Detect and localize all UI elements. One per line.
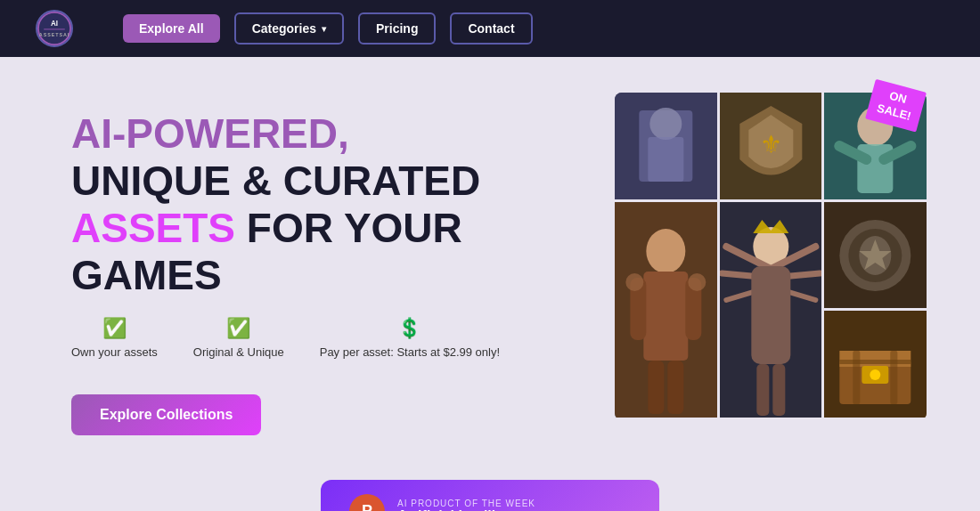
feature-own-assets: ✅ Own your assets bbox=[71, 317, 158, 359]
svg-rect-20 bbox=[648, 361, 664, 414]
feature-price: 💲 Pay per asset: Starts at $2.99 only! bbox=[320, 317, 500, 359]
hero-features: ✅ Own your assets ✅ Original & Unique 💲 … bbox=[71, 317, 579, 359]
categories-label: Categories bbox=[252, 21, 316, 36]
badge-text-area: AI PRODUCT OF THE WEEK Artificial Intell… bbox=[397, 499, 536, 511]
svg-rect-21 bbox=[667, 361, 683, 414]
svg-text:AI: AI bbox=[51, 20, 58, 28]
logo-container: AI ASSETSAI bbox=[36, 10, 73, 47]
svg-point-44 bbox=[870, 369, 881, 380]
logo-icon: AI ASSETSAI bbox=[36, 10, 73, 47]
hero-title-assets: ASSETS bbox=[71, 205, 235, 251]
pricing-button[interactable]: Pricing bbox=[358, 12, 436, 45]
hero-title-games: GAMES bbox=[71, 252, 222, 298]
svg-rect-42 bbox=[840, 351, 911, 367]
badge-label: AI PRODUCT OF THE WEEK bbox=[397, 499, 536, 508]
hero-title-ai-powered: AI-POWERED, bbox=[71, 110, 349, 157]
feature-text-own: Own your assets bbox=[71, 345, 158, 359]
svg-rect-33 bbox=[756, 364, 769, 416]
svg-rect-34 bbox=[772, 364, 785, 416]
hero-section: AI-POWERED, UNIQUE & CURATED ASSETS FOR … bbox=[0, 57, 980, 462]
svg-rect-47 bbox=[891, 351, 898, 404]
hero-image-grid-container: ONSALE! ⚜ bbox=[615, 93, 927, 420]
image-shield: ⚜ bbox=[720, 93, 822, 199]
hero-title: AI-POWERED, UNIQUE & CURATED ASSETS FOR … bbox=[71, 110, 579, 299]
svg-point-0 bbox=[38, 12, 70, 45]
badge-section: P AI PRODUCT OF THE WEEK Artificial Inte… bbox=[0, 462, 980, 511]
svg-point-16 bbox=[646, 229, 685, 273]
hero-title-for-your: FOR YOUR bbox=[235, 205, 462, 251]
product-hunt-icon: P bbox=[349, 494, 385, 511]
dollar-icon: 💲 bbox=[397, 317, 421, 340]
feature-text-original: Original & Unique bbox=[193, 345, 284, 359]
svg-point-22 bbox=[625, 273, 643, 291]
categories-button[interactable]: Categories ▾ bbox=[234, 12, 344, 45]
navbar: AI ASSETSAI Explore All Categories ▾ Pri… bbox=[0, 0, 980, 57]
image-goddess bbox=[720, 202, 822, 418]
svg-rect-7 bbox=[648, 137, 683, 182]
checkmark-icon-own: ✅ bbox=[102, 317, 127, 340]
svg-rect-17 bbox=[643, 272, 688, 361]
image-col-right bbox=[824, 202, 927, 418]
hero-left: AI-POWERED, UNIQUE & CURATED ASSETS FOR … bbox=[71, 93, 579, 435]
svg-text:ASSETSAI: ASSETSAI bbox=[39, 32, 69, 37]
svg-rect-45 bbox=[840, 360, 911, 364]
product-hunt-badge[interactable]: P AI PRODUCT OF THE WEEK Artificial Inte… bbox=[321, 480, 659, 511]
image-treasure-chest bbox=[824, 311, 927, 418]
image-coin-amulet bbox=[824, 202, 927, 308]
svg-text:⚜: ⚜ bbox=[759, 131, 781, 158]
image-armor bbox=[615, 93, 717, 199]
checkmark-icon-original: ✅ bbox=[226, 317, 250, 340]
feature-text-price: Pay per asset: Starts at $2.99 only! bbox=[320, 345, 500, 359]
image-grid: ⚜ bbox=[615, 93, 927, 420]
svg-point-23 bbox=[688, 273, 706, 291]
hero-title-unique: UNIQUE & CURATED bbox=[71, 158, 480, 204]
explore-all-button[interactable]: Explore All bbox=[123, 14, 220, 43]
chevron-down-icon: ▾ bbox=[322, 24, 326, 34]
explore-collections-button[interactable]: Explore Collections bbox=[71, 394, 261, 435]
svg-rect-46 bbox=[853, 351, 861, 404]
contact-button[interactable]: Contact bbox=[450, 12, 532, 45]
svg-rect-32 bbox=[751, 266, 790, 364]
feature-original: ✅ Original & Unique bbox=[193, 317, 284, 359]
svg-rect-12 bbox=[858, 144, 894, 193]
image-warrior bbox=[615, 202, 717, 418]
svg-point-6 bbox=[649, 108, 682, 140]
